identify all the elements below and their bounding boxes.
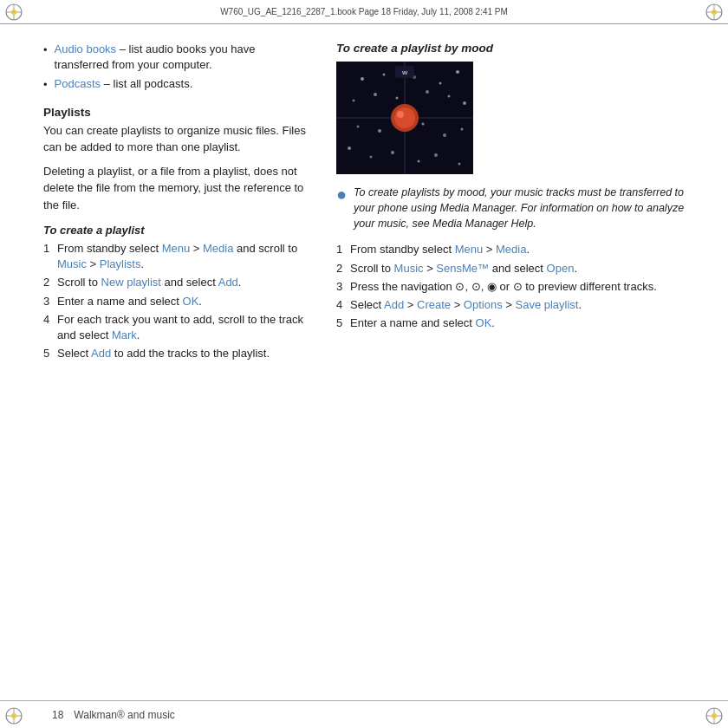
inline-link: Add <box>384 298 404 311</box>
sensme-svg: w <box>336 62 473 174</box>
corner-mark-tr <box>705 3 724 22</box>
top-bar: W760_UG_AE_1216_2287_1.book Page 18 Frid… <box>0 0 728 24</box>
inline-link: Playlists <box>100 257 141 270</box>
list-item: 1From standby select Menu > Media and sc… <box>43 241 312 272</box>
svg-text:w: w <box>401 68 408 76</box>
svg-point-19 <box>361 77 364 81</box>
inline-link: Media <box>203 242 233 255</box>
bullet-dot-2: • <box>43 77 48 93</box>
list-number: 5 <box>336 315 350 331</box>
svg-point-38 <box>418 160 420 163</box>
inline-link: Music <box>57 257 87 270</box>
list-number: 1 <box>43 241 57 257</box>
svg-point-36 <box>370 156 373 159</box>
note-icon: ● <box>336 185 347 203</box>
inline-link: New playlist <box>101 276 161 289</box>
inline-link: Create <box>417 298 451 311</box>
svg-point-27 <box>426 90 429 94</box>
footer-section: Walkman® and music <box>74 709 174 721</box>
list-item: 5Select Add to add the tracks to the pla… <box>43 346 312 361</box>
svg-point-24 <box>353 100 355 102</box>
list-number: 2 <box>43 275 57 290</box>
list-text: From standby select Menu > Media and scr… <box>57 241 312 272</box>
list-text: Enter a name and select OK. <box>57 294 312 309</box>
bullet-podcasts-text: Podcasts – list all podcasts. <box>55 76 193 92</box>
list-item: 2Scroll to Music > SensMe™ and select Op… <box>336 261 697 276</box>
left-column: • Audio books – list audio books you hav… <box>43 38 312 692</box>
page-number: 18 <box>52 709 63 721</box>
list-text: Enter a name and select OK. <box>350 315 697 331</box>
svg-point-7 <box>712 10 717 15</box>
inline-link: Menu <box>162 242 191 255</box>
svg-point-30 <box>357 126 360 128</box>
main-content: • Audio books – list audio books you hav… <box>0 24 728 700</box>
list-number: 3 <box>43 294 57 309</box>
list-item: 5Enter a name and select OK. <box>336 315 697 331</box>
podcasts-link: Podcasts <box>55 77 101 90</box>
inline-link: Menu <box>455 243 484 256</box>
list-item: 1From standby select Menu > Media. <box>336 242 697 257</box>
list-number: 2 <box>336 261 350 276</box>
svg-point-33 <box>443 133 446 137</box>
playlists-heading: Playlists <box>43 106 312 119</box>
svg-point-44 <box>394 107 415 128</box>
list-text: Press the navigation ⊙, ⊙, ◉ or ⊙ to pre… <box>350 279 697 295</box>
bullet-audiobooks-text: Audio books – list audio books you have … <box>55 42 312 73</box>
right-steps-list: 1From standby select Menu > Media.2Scrol… <box>336 242 697 331</box>
svg-point-22 <box>439 82 442 85</box>
inline-link: Add <box>218 276 238 289</box>
right-column: To create a playlist by mood <box>336 38 697 692</box>
svg-point-32 <box>422 123 425 126</box>
list-text: From standby select Menu > Media. <box>350 242 697 257</box>
list-number: 3 <box>336 279 350 295</box>
list-text: For each track you want to add, scroll t… <box>57 312 312 343</box>
list-number: 4 <box>43 312 57 328</box>
svg-point-3 <box>11 10 16 15</box>
list-item: 2Scroll to New playlist and select Add. <box>43 275 312 290</box>
list-item: 4Select Add > Create > Options > Save pl… <box>336 297 697 313</box>
list-text: Scroll to New playlist and select Add. <box>57 275 312 290</box>
list-number: 4 <box>336 297 350 313</box>
note-block: ● To create playlists by mood, your musi… <box>336 185 697 231</box>
inline-link: Open <box>547 262 575 275</box>
svg-point-26 <box>396 97 399 100</box>
sensme-image: w <box>336 62 473 174</box>
bullet-item-podcasts: • Podcasts – list all podcasts. <box>43 76 312 93</box>
list-item: 4For each track you want to add, scroll … <box>43 312 312 343</box>
inline-link: OK <box>476 316 492 329</box>
inline-link: Media <box>496 243 526 256</box>
bottom-bar: 18 Walkman® and music <box>0 700 728 728</box>
svg-point-35 <box>348 146 351 150</box>
top-bar-title: W760_UG_AE_1216_2287_1.book Page 18 Frid… <box>220 7 508 16</box>
create-playlist-heading: To create a playlist <box>43 224 312 237</box>
inline-link: Music <box>394 262 424 275</box>
inline-link: Add <box>91 347 111 360</box>
svg-point-28 <box>448 95 451 98</box>
corner-mark-tl <box>4 3 23 22</box>
svg-point-29 <box>463 101 466 105</box>
bullet-dot-1: • <box>43 42 48 58</box>
svg-point-20 <box>383 74 386 76</box>
note-text: To create playlists by mood, your music … <box>354 185 697 231</box>
playlists-body2: Deleting a playlist, or a file from a pl… <box>43 163 312 214</box>
svg-point-23 <box>456 70 459 74</box>
svg-point-40 <box>458 163 461 166</box>
inline-link: SensMe™ <box>436 262 489 275</box>
svg-point-34 <box>461 128 464 131</box>
inline-link: Mark <box>112 328 137 341</box>
list-text: Select Add to add the tracks to the play… <box>57 346 312 361</box>
inline-link: OK <box>183 295 199 308</box>
list-number: 5 <box>43 346 57 361</box>
list-item: 3Enter a name and select OK. <box>43 294 312 309</box>
svg-point-25 <box>374 93 377 96</box>
inline-link: Options <box>464 298 503 311</box>
list-number: 1 <box>336 242 350 257</box>
podcasts-desc: – list all podcasts. <box>101 77 192 90</box>
mood-heading: To create a playlist by mood <box>336 42 697 55</box>
svg-point-31 <box>378 129 381 133</box>
inline-link: Save playlist <box>516 298 579 311</box>
audiobooks-link: Audio books <box>55 42 117 55</box>
list-item: 3Press the navigation ⊙, ⊙, ◉ or ⊙ to pr… <box>336 279 697 295</box>
list-text: Select Add > Create > Options > Save pla… <box>350 297 697 313</box>
svg-point-45 <box>397 111 404 118</box>
